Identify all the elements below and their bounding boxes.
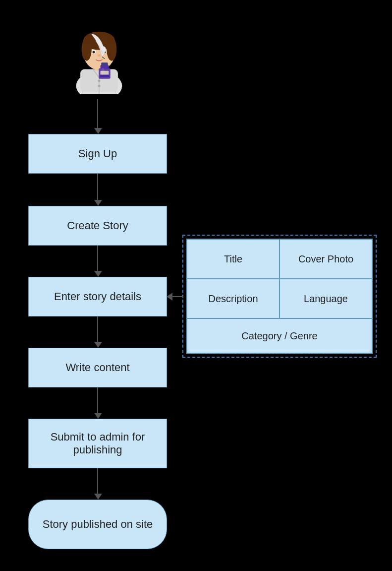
cover-photo-cell: Cover Photo xyxy=(280,239,372,279)
language-label: Language xyxy=(304,293,348,305)
svg-rect-20 xyxy=(100,74,110,77)
description-label: Description xyxy=(208,293,258,305)
connector-avatar-signup xyxy=(97,99,98,130)
svg-point-9 xyxy=(93,51,95,53)
submit-box: Submit to admin for publishing xyxy=(28,419,167,468)
published-box: Story published on site xyxy=(28,500,167,549)
detail-grid: Title Cover Photo Description Language C… xyxy=(186,239,373,354)
arrowhead-6 xyxy=(94,494,102,500)
connector-2 xyxy=(97,174,98,202)
create-story-box: Create Story xyxy=(28,206,167,246)
arrowhead-4 xyxy=(94,342,102,348)
author-avatar xyxy=(67,15,131,94)
detail-box: Title Cover Photo Description Language C… xyxy=(182,235,377,358)
language-cell: Language xyxy=(280,279,372,318)
svg-point-14 xyxy=(98,85,100,87)
cover-photo-label: Cover Photo xyxy=(298,254,353,265)
enter-details-box: Enter story details xyxy=(28,277,167,317)
published-label: Story published on site xyxy=(43,518,153,531)
avatar-area xyxy=(25,15,173,94)
arrowhead-3 xyxy=(94,271,102,277)
connector-5 xyxy=(97,387,98,415)
svg-point-11 xyxy=(98,54,101,57)
signup-box: Sign Up xyxy=(28,134,167,174)
signup-label: Sign Up xyxy=(78,147,117,160)
svg-rect-17 xyxy=(101,63,108,66)
category-genre-cell: Category / Genre xyxy=(187,318,372,353)
svg-rect-19 xyxy=(101,71,109,75)
title-label: Title xyxy=(224,254,242,265)
enter-details-label: Enter story details xyxy=(54,290,141,303)
description-cell: Description xyxy=(187,279,280,318)
submit-label: Submit to admin for publishing xyxy=(37,431,159,456)
connector-6 xyxy=(97,468,98,496)
write-content-label: Write content xyxy=(65,361,129,374)
svg-point-13 xyxy=(98,80,100,82)
h-arrowhead xyxy=(167,293,172,301)
diagram-container: Sign Up Create Story Enter story details… xyxy=(0,0,392,571)
arrowhead-2 xyxy=(94,200,102,206)
write-content-box: Write content xyxy=(28,348,167,387)
title-cell: Title xyxy=(187,239,280,279)
connector-4 xyxy=(97,317,98,344)
create-story-label: Create Story xyxy=(67,219,128,232)
connector-3 xyxy=(97,246,98,273)
arrowhead-1 xyxy=(94,128,102,134)
category-genre-label: Category / Genre xyxy=(241,330,317,342)
arrowhead-5 xyxy=(94,413,102,419)
